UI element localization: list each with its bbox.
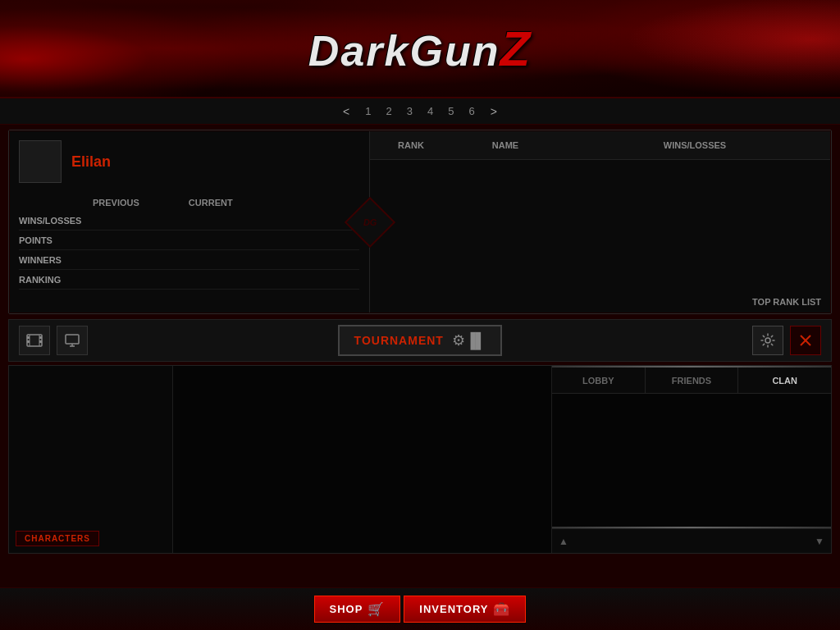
rankings-panel: RANK NAME WINS/LOSSES [370,130,831,313]
logo-z: Z [500,21,532,76]
chat-footer: ▲ ▼ [552,528,831,553]
page-2[interactable]: 2 [382,103,396,119]
header: DarkGunZ [0,0,840,98]
wins-losses-label: WINS/LOSSES [19,216,93,226]
tab-friends[interactable]: FRIENDS [646,368,739,393]
settings-icon [760,332,776,349]
lower-panel: CHARACTERS LOBBY FRIENDS CLAN ▲ ▼ [8,365,832,554]
dg-shield-text: DG [363,217,377,227]
svg-rect-7 [66,335,79,344]
ranking-label: RANKING [19,275,93,285]
cart-icon: 🛒 [368,601,385,617]
winners-label: WINNERS [19,255,93,265]
friends-tab-label: FRIENDS [672,376,711,386]
chat-up-btn[interactable]: ▲ [559,536,568,547]
monitor-icon-btn[interactable] [57,326,88,355]
logo-text: DarkGun [308,27,500,75]
inventory-icon: 🧰 [493,601,510,617]
ranking-row: RANKING [19,270,359,290]
map-panel [173,366,552,553]
stats-header: PREVIOUS CURRENT [93,198,359,208]
inventory-button[interactable]: INVENTORY 🧰 [404,596,526,623]
character-panel: CHARACTERS [9,366,173,553]
monitor-icon [64,332,80,349]
player-name: Elilan [71,153,111,171]
page-1[interactable]: 1 [361,103,375,119]
wl-column-header: WINS/LOSSES [559,140,831,150]
profile-section: Elilan PREVIOUS CURRENT WINS/LOSSES POIN… [9,130,831,313]
shop-bar: SHOP 🛒 INVENTORY 🧰 [0,587,840,630]
prev-page-btn[interactable]: < [338,103,354,120]
characters-button[interactable]: CHARACTERS [16,531,99,546]
previous-label: PREVIOUS [93,198,139,208]
current-label: CURRENT [189,198,233,208]
avatar [19,140,62,183]
wins-losses-row: WINS/LOSSES [19,211,359,231]
film-icon-btn[interactable] [19,326,50,355]
chat-content [552,394,831,527]
page-6[interactable]: 6 [464,103,478,119]
header-decoration-right [553,0,840,98]
tab-clan[interactable]: CLAN [738,368,831,393]
player-header: Elilan [19,140,359,183]
chat-panel: LOBBY FRIENDS CLAN ▲ ▼ [552,366,831,553]
pagination-bar: < 1 2 3 4 5 6 > [0,98,840,125]
header-decoration-left [0,0,246,98]
svg-point-10 [765,338,770,343]
top-rank-label: TOP RANK LIST [752,297,821,307]
inventory-label: INVENTORY [419,603,488,615]
name-column-header: NAME [452,140,559,150]
tournament-icon: ⚙▐▌ [452,331,486,349]
settings-button[interactable] [752,326,783,355]
tab-lobby[interactable]: LOBBY [552,368,646,393]
main-panel: Elilan PREVIOUS CURRENT WINS/LOSSES POIN… [8,130,832,314]
close-icon [799,334,812,347]
rank-column-header: RANK [370,140,452,150]
page-3[interactable]: 3 [403,103,417,119]
dg-shield: DG [345,196,395,247]
film-icon [26,332,43,349]
page-5[interactable]: 5 [444,103,458,119]
tournament-label: TOURNAMENT [354,334,444,347]
player-panel: Elilan PREVIOUS CURRENT WINS/LOSSES POIN… [9,130,370,313]
page-4[interactable]: 4 [423,103,437,119]
app-logo: DarkGunZ [308,21,532,77]
clan-tab-label: CLAN [772,376,797,386]
next-page-btn[interactable]: > [486,103,502,120]
chat-tabs: LOBBY FRIENDS CLAN [552,368,831,394]
lobby-tab-label: LOBBY [582,376,614,386]
points-row: POINTS [19,231,359,250]
winners-row: WINNERS [19,250,359,270]
tournament-button[interactable]: TOURNAMENT ⚙▐▌ [338,325,503,356]
close-button[interactable] [790,326,821,355]
shop-label: SHOP [330,603,363,615]
points-label: POINTS [19,235,93,245]
rankings-header: RANK NAME WINS/LOSSES [370,130,831,160]
dg-logo: DG [349,202,390,243]
shop-button[interactable]: SHOP 🛒 [314,596,401,623]
chat-down-btn[interactable]: ▼ [815,536,824,547]
action-bar: TOURNAMENT ⚙▐▌ [8,319,832,362]
